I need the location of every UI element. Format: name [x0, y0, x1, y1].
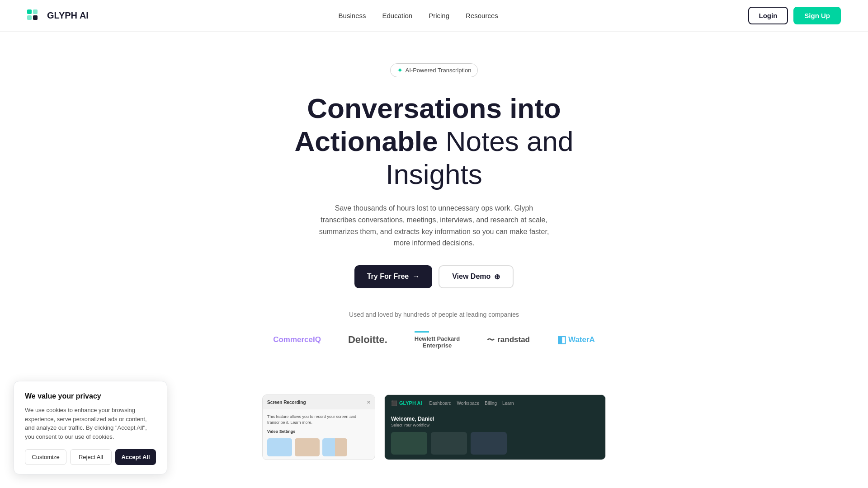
dashboard-logo: ⬛ GLYPH AI	[391, 400, 422, 406]
navbar: GLYPH AI Business Education Pricing Reso…	[0, 0, 868, 32]
cookie-banner: We value your privacy We use cookies to …	[14, 381, 167, 469]
headline-bold: Actionable	[295, 126, 438, 157]
nav-education[interactable]: Education	[382, 12, 412, 19]
randstad-icon: 〜	[487, 335, 495, 345]
trusted-section: Used and loved by hundreds of people at …	[273, 311, 595, 349]
camera-only-thumb	[295, 438, 320, 456]
randstad-text: randstad	[497, 335, 530, 344]
dash-nav-dashboard: Dashboard	[429, 401, 452, 406]
water-text: WaterA	[568, 335, 595, 344]
view-demo-label: View Demo	[452, 272, 491, 281]
scr-left-header: Screen Recording ✕	[263, 395, 375, 409]
workflow-card-1	[391, 432, 427, 455]
logo-commerceiq: CommerceIQ	[273, 335, 321, 344]
try-free-button[interactable]: Try For Free →	[354, 265, 432, 288]
nav-resources[interactable]: Resources	[466, 12, 498, 19]
hero-headline: Conversations into Actionable Notes and …	[253, 92, 615, 191]
screen-camera-thumb	[322, 438, 347, 456]
logo-randstad: 〜 randstad	[487, 335, 530, 345]
svg-rect-3	[33, 15, 38, 20]
scr-left-close: ✕	[367, 400, 370, 405]
login-button[interactable]: Login	[748, 7, 788, 24]
view-demo-button[interactable]: View Demo ⊕	[439, 265, 514, 288]
try-free-label: Try For Free	[367, 272, 409, 281]
customize-button[interactable]: Customize	[25, 449, 66, 465]
hero-badge: ✦ AI-Powered Transcription	[390, 63, 478, 77]
workflow-card-3	[471, 432, 507, 455]
reject-button[interactable]: Reject All	[70, 449, 112, 465]
nav-links: Business Education Pricing Resources	[339, 12, 498, 19]
dashboard-body: Welcome, Daniel Select Your Workflow	[385, 411, 605, 459]
svg-rect-0	[27, 9, 32, 14]
company-logos: CommerceIQ Deloitte. Hewlett PackardEnte…	[273, 331, 595, 349]
video-settings-label: Video Settings	[267, 429, 370, 435]
cookie-title: We value your privacy	[25, 392, 156, 400]
trusted-label: Used and loved by hundreds of people at …	[273, 311, 595, 318]
hero-buttons: Try For Free → View Demo ⊕	[354, 265, 514, 288]
accept-button[interactable]: Accept All	[115, 449, 156, 465]
dashboard-nav: Dashboard Workspace Billing Learn	[429, 401, 514, 406]
workflow-cards	[391, 432, 599, 455]
nav-actions: Login Sign Up	[748, 7, 841, 24]
signup-button[interactable]: Sign Up	[793, 7, 841, 24]
dash-nav-learn: Learn	[502, 401, 514, 406]
scr-left-title: Screen Recording	[267, 400, 306, 405]
badge-icon: ✦	[397, 66, 403, 75]
badge-text: AI-Powered Transcription	[406, 67, 472, 74]
cookie-body: We use cookies to enhance your browsing …	[25, 406, 156, 441]
scr-left-body: This feature allows you to record your s…	[263, 409, 375, 460]
nav-business[interactable]: Business	[339, 12, 366, 19]
hero-subtext: Save thousands of hours lost to unnecess…	[316, 202, 552, 249]
screen-only-thumb	[267, 438, 292, 456]
scr-left-desc: This feature allows you to record your s…	[267, 414, 370, 425]
hero-section: ✦ AI-Powered Transcription Conversations…	[0, 32, 868, 381]
video-options	[267, 438, 370, 456]
workflow-card-2	[431, 432, 467, 455]
screenshot-right: ⬛ GLYPH AI Dashboard Workspace Billing L…	[384, 394, 606, 460]
svg-rect-2	[27, 15, 32, 20]
dash-nav-workspace: Workspace	[457, 401, 479, 406]
water-icon: ◧	[557, 334, 566, 346]
cookie-buttons: Customize Reject All Accept All	[25, 449, 156, 465]
dashboard-logo-text: GLYPH AI	[399, 400, 422, 406]
dash-nav-billing: Billing	[485, 401, 497, 406]
svg-rect-1	[33, 9, 38, 14]
welcome-text: Welcome, Daniel	[391, 416, 599, 422]
arrow-icon: →	[412, 272, 420, 281]
dashboard-logo-icon: ⬛	[391, 400, 397, 406]
dashboard-header: ⬛ GLYPH AI Dashboard Workspace Billing L…	[385, 395, 605, 411]
logo-waterai: ◧ WaterA	[557, 334, 595, 346]
screenshot-left: Screen Recording ✕ This feature allows y…	[262, 394, 375, 460]
logo-hp: Hewlett PackardEnterprise	[415, 331, 460, 349]
logo-text: GLYPH AI	[47, 10, 89, 21]
logo-deloitte: Deloitte.	[348, 334, 387, 346]
nav-pricing[interactable]: Pricing	[429, 12, 449, 19]
play-icon: ⊕	[494, 272, 500, 281]
headline-line1: Conversations into	[307, 93, 561, 124]
workflow-text: Select Your Workflow	[391, 423, 599, 427]
logo[interactable]: GLYPH AI	[27, 9, 89, 22]
